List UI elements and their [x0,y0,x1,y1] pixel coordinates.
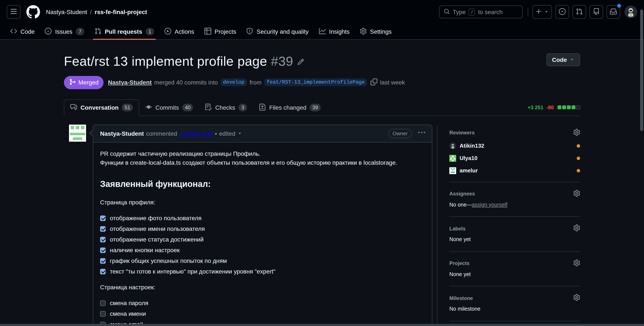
tab-commits[interactable]: Commits 40 [139,99,199,116]
comment-options-button[interactable] [418,129,425,138]
tab-settings[interactable]: Settings [356,24,396,39]
tab-label: Code [20,28,35,35]
tab-conversation[interactable]: Conversation 51 [64,99,139,116]
base-branch-label[interactable]: develop [220,79,247,86]
tab-label: Actions [175,28,194,35]
horizontal-scrollbar[interactable] [0,324,644,326]
global-pull-requests-button[interactable] [572,5,586,19]
diffstat-blocks [558,106,580,109]
checkbox-unchecked-icon [100,311,106,317]
state-label: Merged [78,79,98,86]
comment-author-link[interactable]: Nastya-Student [100,130,144,137]
pending-review-dot [577,144,580,148]
table-icon [204,28,211,36]
comment-heading: Заявленный функционал: [100,178,425,191]
comment-header: Nastya-Student commented 3 weeks ago • e… [93,125,432,142]
pending-review-dot [577,156,580,160]
reviewer-name[interactable]: Atikin132 [460,143,484,149]
tab-projects[interactable]: Projects [200,24,240,39]
merge-author-link[interactable]: Nastya-Student [108,79,152,86]
tab-label: Issues [55,28,72,35]
tab-label: Files changed [269,104,306,111]
tab-actions[interactable]: Actions [160,24,198,39]
checkbox-checked-icon [100,258,106,264]
tab-issues[interactable]: Issues 7 [41,24,88,39]
files-changed-count-badge: 39 [310,104,321,112]
timeline-comment: Nastya-Student commented 3 weeks ago • e… [64,125,432,326]
tab-pull-requests[interactable]: Pull requests 1 [90,24,158,39]
github-logo-icon[interactable] [26,5,40,19]
tab-checks[interactable]: Checks 3 [199,99,253,116]
task-item: отображение фото пользователя [100,214,425,223]
tab-label: Checks [215,104,235,111]
comment-timestamp-link[interactable]: 3 weeks ago [179,130,213,137]
commits-count-badge: 40 [182,104,193,112]
projects-title: Projects [449,260,470,266]
checkbox-checked-icon [100,247,106,253]
edited-dropdown[interactable]: edited [219,130,242,137]
kebab-icon [418,129,425,138]
reviewer-name[interactable]: amelur [460,168,478,174]
conversation-column: Nastya-Student commented 3 weeks ago • e… [64,125,438,326]
edited-label: edited [219,130,235,137]
notifications-button[interactable] [606,5,620,19]
tab-label: Insights [329,28,350,35]
reviewer-name[interactable]: Ulya10 [460,155,478,161]
head-branch-label[interactable]: feat/RST-13_implementProfilePage [264,79,367,86]
projects-empty-state: None yet [449,271,580,278]
pr-tabs: Conversation 51 Commits 40 Checks 3 [64,99,326,116]
header-divider [528,8,528,16]
repositories-button[interactable] [590,5,603,19]
user-avatar[interactable] [624,6,637,18]
issue-opened-icon [45,28,52,36]
search-icon [444,8,450,16]
copy-branch-button[interactable] [371,79,378,87]
task-item: график общих успешных попыток по дням [100,256,425,265]
reviewers-gear-button[interactable] [573,129,580,137]
plus-icon [536,8,542,16]
pr-sidebar: Reviewers Atikin132 Ulya10 [438,125,580,326]
global-issues-button[interactable] [556,5,569,19]
diffstat: +3 251 -80 [528,105,580,116]
assign-yourself-link[interactable]: assign yourself [472,202,508,208]
tab-files-changed[interactable]: Files changed 39 [253,99,326,116]
sidebar-section-projects: Projects None yet [449,252,580,286]
edit-title-button[interactable] [298,58,304,67]
merge-action-text: merged 40 commits into [154,79,218,86]
breadcrumb-separator: / [90,9,92,15]
owner-role-badge: Owner [388,129,412,138]
reviewer-row: amelur [449,167,580,174]
merged-timestamp: last week [380,79,405,86]
git-merge-icon [69,79,76,87]
reviewer-row: Ulya10 [449,155,580,162]
code-dropdown-button[interactable]: Code [546,53,580,66]
tab-security-and-quality[interactable]: Security and quality [242,24,313,39]
graph-icon [319,28,326,36]
checkbox-unchecked-icon [100,300,106,306]
global-nav-menu-button[interactable] [7,5,20,19]
pr-main: Feat/rst 13 implement profile page #39 C… [0,40,644,326]
breadcrumb-repo[interactable]: rss-fe-final-project [95,9,147,15]
sidebar-section-reviewers: Reviewers Atikin132 Ulya10 [449,125,580,182]
vertical-scrollbar[interactable] [640,9,643,131]
tab-insights[interactable]: Insights [314,24,354,39]
projects-gear-button[interactable] [573,259,580,268]
search-input[interactable]: Type / to search [439,6,522,18]
create-new-button[interactable] [532,5,552,19]
task-item: отображение имени пользователя [100,224,425,233]
reviewer-avatar [449,142,456,149]
milestone-empty-state: No milestone [449,306,580,313]
milestone-gear-button[interactable] [573,294,580,302]
tab-code[interactable]: Code [6,24,39,39]
assignees-gear-button[interactable] [573,190,580,198]
breadcrumb-owner[interactable]: Nastya-Student [46,9,87,15]
pending-review-dot [577,169,580,172]
gear-icon [573,225,580,233]
pull-requests-count-badge: 1 [146,28,154,35]
tab-label: Pull requests [105,28,142,35]
comment-author-avatar[interactable] [69,125,86,142]
labels-gear-button[interactable] [573,225,580,233]
issues-count-badge: 7 [76,28,84,35]
global-header: Nastya-Student / rss-fe-final-project Ty… [0,0,644,24]
git-pull-request-icon [94,28,101,36]
